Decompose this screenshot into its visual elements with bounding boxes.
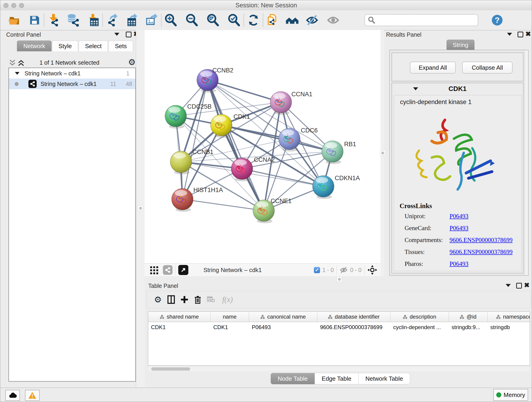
expand-all-button[interactable]: Expand All <box>410 62 456 74</box>
splitter-handle[interactable] <box>336 276 342 282</box>
network-node-CDKN1A[interactable] <box>312 176 334 199</box>
tab-sets[interactable]: Sets <box>108 41 133 51</box>
network-graph[interactable]: CCNB2CCNA1CDC25BCDK1CDC6RB1CCNB1CCNA2CDK… <box>145 30 380 263</box>
panel-close-icon[interactable]: ✖ <box>525 32 531 36</box>
delete-column-button[interactable] <box>191 293 204 306</box>
collapse-all-button[interactable]: Collapse All <box>462 62 513 74</box>
tab-network[interactable]: Network <box>17 41 51 51</box>
copy-network-button[interactable] <box>266 13 280 27</box>
first-neighbors-button[interactable] <box>285 13 299 27</box>
table-hscrollbar-thumb[interactable] <box>151 367 190 370</box>
save-session-button[interactable] <box>27 13 41 27</box>
panel-float-icon[interactable] <box>126 32 132 37</box>
network-node-CCNA1[interactable] <box>270 91 292 115</box>
crosslink-link[interactable]: P06493 <box>450 225 469 232</box>
open-folder-icon <box>8 14 21 27</box>
table-hscrollbar[interactable] <box>148 367 530 371</box>
zoom-fit-icon <box>207 14 219 26</box>
function-builder-button[interactable]: f(x) <box>218 293 237 306</box>
node-label-HIST1H1A: HIST1H1A <box>193 186 223 193</box>
node-label-CDC6: CDC6 <box>301 127 318 134</box>
table-cell[interactable]: CDK1 <box>213 323 248 332</box>
tab-select[interactable]: Select <box>79 41 108 51</box>
panel-menu-icon[interactable] <box>506 284 511 287</box>
zoom-out-button[interactable] <box>185 13 199 27</box>
help-button[interactable]: ? <box>490 13 504 27</box>
zoom-selected-button[interactable] <box>227 13 241 27</box>
main-toolbar: ? <box>0 10 532 31</box>
grid-view-icon[interactable] <box>150 265 159 274</box>
import-network-database-button[interactable] <box>66 13 80 27</box>
memory-button[interactable]: Memory <box>493 389 528 401</box>
network-collection-row[interactable]: String Network – cdk1 1 <box>9 68 135 79</box>
panel-float-icon[interactable] <box>518 32 523 37</box>
network-edge-HIST1H1A-CCNE1[interactable] <box>182 199 264 211</box>
app-window: Session: New Session <box>0 0 532 402</box>
crosslink-link[interactable]: P06493 <box>450 260 469 268</box>
import-network-file-button[interactable] <box>46 13 61 27</box>
export-image-button[interactable] <box>145 13 159 27</box>
network-share-view-icon[interactable] <box>163 265 172 275</box>
birds-eye-icon[interactable] <box>367 265 377 275</box>
network-node-RB1[interactable] <box>322 141 343 164</box>
results-splitter[interactable] <box>380 30 384 276</box>
cloud-button[interactable] <box>5 390 20 401</box>
tab-network-table[interactable]: Network Table <box>359 373 410 384</box>
panel-float-icon[interactable] <box>516 283 522 288</box>
selected-checkbox-icon[interactable]: ✓ <box>314 267 320 273</box>
show-columns-button[interactable] <box>165 293 178 306</box>
crosslink-link[interactable]: P06493 <box>450 213 469 220</box>
network-edge-CCNB2-CCNA1[interactable] <box>208 80 281 102</box>
results-scrollbar[interactable] <box>525 50 528 275</box>
toolbar-separator <box>44 13 44 27</box>
import-table-button[interactable] <box>86 13 100 27</box>
results-panel: Results Panel ✖ String Expand All Collap… <box>384 30 532 276</box>
network-node-HIST1H1A[interactable] <box>172 188 193 212</box>
search-input[interactable] <box>377 17 475 24</box>
open-session-button[interactable] <box>7 13 21 27</box>
horizontal-splitter[interactable] <box>145 276 532 282</box>
apply-layout-button[interactable] <box>246 13 260 27</box>
node-label-CDC25B: CDC25B <box>187 103 212 110</box>
warnings-button[interactable] <box>25 390 40 401</box>
network-edge-CCNB2-HIST1H1A[interactable] <box>182 80 208 199</box>
search-field[interactable] <box>365 14 478 26</box>
network-canvas[interactable]: CCNB2CCNA1CDC25BCDK1CDC6RB1CCNB1CCNA2CDK… <box>145 30 381 263</box>
tab-edge-table[interactable]: Edge Table <box>315 373 359 384</box>
splitter-handle[interactable] <box>138 205 143 211</box>
vertical-splitter[interactable] <box>136 30 145 387</box>
crosslinks-list: Uniprot:P06493GeneCard:P06493Compartment… <box>405 213 519 272</box>
hide-selected-button[interactable] <box>305 13 319 27</box>
table-settings-button[interactable]: ⚙ <box>151 293 165 306</box>
panel-close-icon[interactable]: ✖ <box>524 283 530 287</box>
crosslink-link[interactable]: 9606.ENSP00000378699 <box>450 249 513 255</box>
add-column-button[interactable] <box>178 293 191 306</box>
network-edge-CCNA2-CDKN1A[interactable] <box>242 169 323 186</box>
tab-style[interactable]: Style <box>52 41 78 51</box>
gear-icon[interactable]: ⚙ <box>128 58 136 66</box>
delete-table-button[interactable] <box>204 293 218 306</box>
tab-node-table[interactable]: Node Table <box>271 373 315 384</box>
export-table-button[interactable] <box>125 13 139 27</box>
detach-view-icon[interactable] <box>178 265 188 275</box>
show-all-button[interactable] <box>326 13 340 27</box>
export-network-button[interactable] <box>105 13 119 27</box>
toolbar-separator <box>263 13 263 27</box>
tab-string[interactable]: String <box>447 40 475 50</box>
crosslink-link[interactable]: 9606.ENSP00000378699 <box>450 236 513 244</box>
network-node-CDC25B[interactable] <box>165 105 186 128</box>
zoom-in-button[interactable] <box>164 13 178 27</box>
table-cell[interactable]: stringdb:9... <box>452 323 486 332</box>
table-cell[interactable]: P06493 <box>252 323 316 332</box>
tree-expand-icon[interactable] <box>15 72 19 75</box>
table-cell[interactable]: CDK1 <box>151 323 209 332</box>
panel-menu-icon[interactable] <box>507 33 512 36</box>
import-table-icon <box>87 14 99 26</box>
table-cell[interactable]: 9606.ENSP00000378699 <box>320 323 389 332</box>
table-cell[interactable]: stringdb <box>490 323 530 332</box>
zoom-fit-button[interactable] <box>206 13 220 27</box>
node-label-CCNE1: CCNE1 <box>271 198 292 204</box>
network-row[interactable]: String Network – cdk1 11 48 <box>9 79 135 89</box>
panel-menu-icon[interactable] <box>114 33 119 36</box>
table-cell[interactable]: cyclin-dependent ... <box>393 323 447 332</box>
